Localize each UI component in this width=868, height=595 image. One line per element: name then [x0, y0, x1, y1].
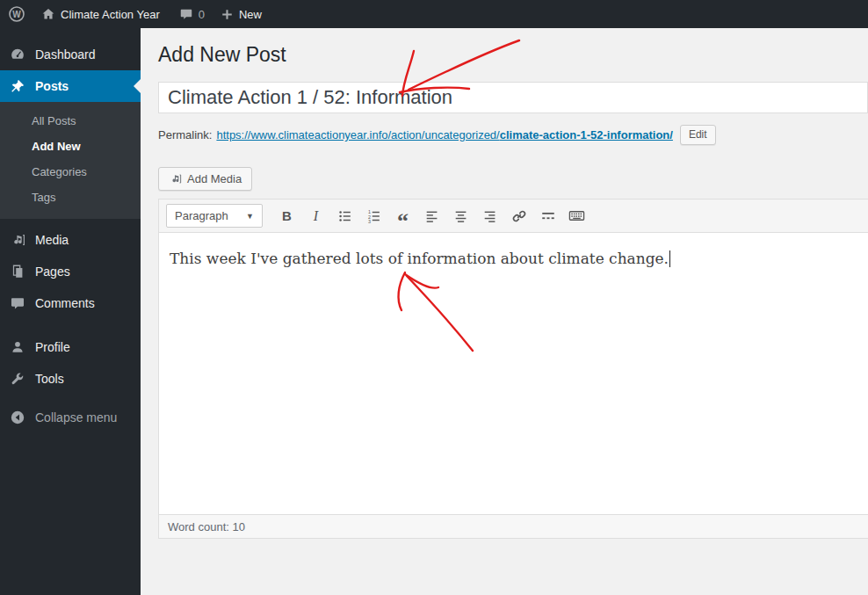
editor-toolbar: Paragraph ▼ B I 123 “ — [159, 200, 868, 233]
word-count-value: 10 — [232, 520, 244, 533]
word-count-label: Word count: — [168, 520, 229, 533]
add-media-icon — [169, 172, 182, 185]
more-tag-button[interactable] — [535, 204, 561, 228]
sidebar-item-label: Comments — [35, 296, 95, 310]
home-icon — [41, 7, 55, 21]
wordpress-logo-menu[interactable]: W — [0, 0, 33, 28]
sidebar-item-media[interactable]: Media — [0, 224, 141, 256]
sidebar-item-label: Media — [35, 233, 69, 247]
keyboard-shortcuts-button[interactable] — [564, 204, 590, 228]
sidebar-item-profile[interactable]: Profile — [0, 331, 141, 363]
editor-statusbar: Word count: 10 — [159, 514, 868, 538]
current-menu-arrow — [127, 79, 141, 93]
format-select-value: Paragraph — [175, 209, 228, 222]
add-media-label: Add Media — [187, 172, 242, 185]
edit-permalink-button[interactable]: Edit — [680, 125, 716, 145]
sidebar-item-categories[interactable]: Categories — [0, 159, 141, 185]
sidebar-item-add-new[interactable]: Add New — [0, 134, 141, 159]
link-button[interactable] — [506, 204, 532, 228]
comment-bubble-icon — [179, 7, 193, 21]
sidebar-item-label: Collapse menu — [35, 410, 117, 424]
numbered-list-button[interactable]: 123 — [361, 204, 387, 228]
sidebar-item-label: Tools — [35, 372, 64, 386]
sidebar-item-label: Profile — [35, 340, 70, 354]
bulleted-list-button[interactable] — [332, 204, 358, 228]
pushpin-icon — [9, 78, 26, 94]
new-label: New — [239, 8, 262, 21]
sidebar-item-dashboard[interactable]: Dashboard — [0, 39, 141, 70]
sidebar-item-label: Posts — [35, 79, 69, 93]
site-name-label: Climate Action Year — [61, 8, 160, 21]
chevron-down-icon: ▼ — [246, 212, 254, 221]
post-title-input[interactable] — [158, 82, 868, 113]
italic-button[interactable]: I — [303, 204, 329, 228]
comments-admin-link[interactable]: 0 — [171, 0, 213, 28]
profile-icon — [9, 339, 26, 355]
sidebar-item-label: Pages — [35, 265, 70, 279]
text-cursor — [669, 250, 670, 267]
sidebar-item-posts[interactable]: Posts — [0, 70, 141, 102]
post-editor: Paragraph ▼ B I 123 “ — [158, 199, 868, 539]
permalink-row: Permalink: https://www.climateactionyear… — [158, 125, 868, 145]
bold-button[interactable]: B — [274, 204, 300, 228]
media-icon — [9, 232, 26, 248]
collapse-menu-button[interactable]: Collapse menu — [0, 402, 141, 433]
permalink-link[interactable]: https://www.climateactionyear.info/actio… — [216, 128, 673, 141]
posts-submenu: All Posts Add New Categories Tags — [0, 102, 141, 219]
align-right-button[interactable] — [477, 204, 503, 228]
admin-sidebar: Dashboard Posts All Posts Add New Catego… — [0, 28, 141, 595]
tools-icon — [9, 371, 26, 387]
permalink-label: Permalink: — [158, 128, 212, 141]
site-name-link[interactable]: Climate Action Year — [33, 0, 168, 28]
new-content-menu[interactable]: New — [213, 0, 270, 28]
sidebar-item-comments[interactable]: Comments — [0, 287, 141, 319]
editor-paragraph: This week I've gathered lots of informat… — [170, 250, 669, 267]
sidebar-item-pages[interactable]: Pages — [0, 256, 141, 287]
comments-icon — [9, 295, 26, 311]
svg-text:3: 3 — [367, 219, 370, 224]
add-media-button[interactable]: Add Media — [158, 167, 252, 191]
wordpress-logo-icon: W — [8, 5, 25, 23]
collapse-icon — [9, 410, 26, 425]
main-content: Add New Post Permalink: https://www.clim… — [141, 28, 868, 595]
blockquote-button[interactable]: “ — [390, 204, 416, 228]
admin-bar: W Climate Action Year 0 New — [0, 0, 868, 28]
plus-icon — [221, 8, 234, 21]
sidebar-item-all-posts[interactable]: All Posts — [0, 108, 141, 134]
comments-count-badge: 0 — [199, 8, 205, 21]
svg-text:W: W — [12, 10, 21, 19]
editor-content-area[interactable]: This week I've gathered lots of informat… — [159, 233, 868, 514]
sidebar-item-tags[interactable]: Tags — [0, 185, 141, 210]
align-center-button[interactable] — [448, 204, 474, 228]
media-buttons-row: Add Media — [158, 167, 868, 191]
sidebar-item-tools[interactable]: Tools — [0, 363, 141, 395]
align-left-button[interactable] — [419, 204, 445, 228]
pages-icon — [9, 264, 26, 279]
dashboard-icon — [9, 47, 26, 62]
paragraph-format-select[interactable]: Paragraph ▼ — [166, 204, 263, 228]
sidebar-item-label: Dashboard — [35, 47, 96, 62]
page-title: Add New Post — [158, 42, 868, 68]
